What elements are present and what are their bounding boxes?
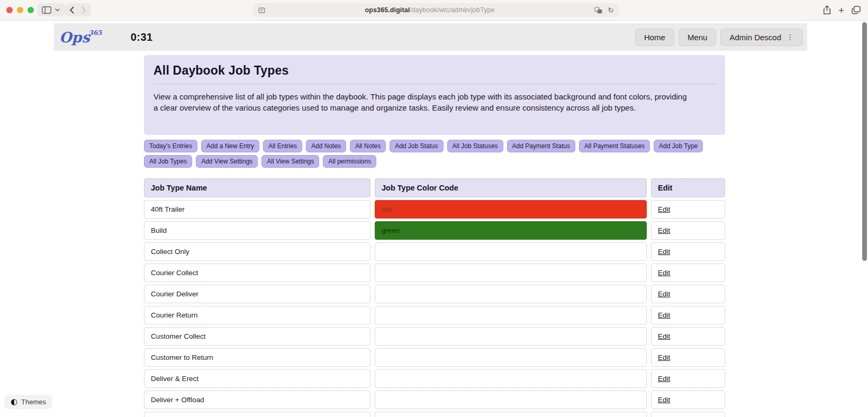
screen: ops365.digital/daybook/wtc/admin/jobType… <box>0 0 868 417</box>
action-button-all-permissions[interactable]: All permissions <box>323 155 376 168</box>
edit-link[interactable]: Edit <box>658 290 670 298</box>
action-button-all-job-statuses[interactable]: All Job Statuses <box>447 140 503 152</box>
column-header-edit: Edit <box>651 178 725 197</box>
edit-link[interactable]: Edit <box>658 375 670 383</box>
nav-button-home[interactable]: Home <box>635 29 674 46</box>
edit-cell: Edit <box>651 200 725 219</box>
sidebar-toggle-button[interactable] <box>37 3 65 16</box>
job-type-color-cell <box>375 412 647 417</box>
job-type-name-cell: Customer Collect <box>144 327 370 346</box>
history-controls <box>65 3 91 16</box>
nav-button-admin-descod[interactable]: Admin Descod⋮ <box>720 29 803 46</box>
intro-panel: All Daybook Job Types View a comprehensi… <box>144 55 725 135</box>
themes-button-label: Themes <box>21 398 46 406</box>
action-button-add-payment-status[interactable]: Add Payment Status <box>507 140 575 152</box>
edit-link[interactable]: Edit <box>658 311 670 319</box>
edit-cell: Edit <box>651 348 725 367</box>
tab-overview-icon[interactable] <box>852 6 861 14</box>
job-type-color-cell <box>375 369 647 388</box>
action-buttons: Today's EntriesAdd a New EntryAll Entrie… <box>144 140 725 168</box>
edit-cell: Edit <box>651 264 725 282</box>
table-row: Edit <box>144 412 725 417</box>
table-row: Customer to ReturnEdit <box>144 348 725 367</box>
job-type-color-cell: red <box>375 200 647 219</box>
chevron-down-icon <box>55 8 60 12</box>
edit-link[interactable]: Edit <box>658 205 670 213</box>
action-button-add-job-type[interactable]: Add Job Type <box>654 140 703 152</box>
column-header-name: Job Type Name <box>144 178 370 197</box>
vertical-scrollbar-thumb[interactable] <box>862 22 867 261</box>
sidebar-icon <box>42 6 51 14</box>
minimize-window-button[interactable] <box>17 7 23 13</box>
page-settings-icon[interactable] <box>258 7 265 14</box>
kebab-menu-icon[interactable]: ⋮ <box>786 33 794 41</box>
nav-button-label: Admin Descod <box>729 33 781 42</box>
job-type-color-cell <box>375 264 647 282</box>
edit-link[interactable]: Edit <box>658 353 670 361</box>
table-row: Collect OnlyEdit <box>144 242 725 261</box>
ops365-logo[interactable]: Ops365 <box>59 30 103 44</box>
action-button-all-notes[interactable]: All Notes <box>350 140 386 152</box>
edit-link[interactable]: Edit <box>658 226 670 234</box>
edit-cell: Edit <box>651 327 725 346</box>
themes-button[interactable]: ◐ Themes <box>4 395 52 409</box>
job-type-name-cell: Build <box>144 221 370 240</box>
close-window-button[interactable] <box>6 7 13 13</box>
edit-link[interactable]: Edit <box>658 332 670 340</box>
share-icon[interactable] <box>823 5 831 15</box>
app-header: Ops365 0:31 HomeMenuAdmin Descod⋮ <box>54 23 807 51</box>
table-row: Deliver & ErectEdit <box>144 369 725 388</box>
page-description: View a comprehensive list of all job typ… <box>153 91 688 113</box>
edit-link[interactable]: Edit <box>658 269 670 277</box>
action-button-all-view-settings[interactable]: All View Settings <box>261 155 319 168</box>
session-timer: 0:31 <box>131 31 153 43</box>
address-bar[interactable]: ops365.digital/daybook/wtc/admin/jobType… <box>253 3 619 17</box>
action-button-today-s-entries[interactable]: Today's Entries <box>144 140 197 152</box>
edit-cell: Edit <box>651 285 725 303</box>
column-header-color: Job Type Color Code <box>375 178 647 197</box>
job-type-name-cell: Courier Return <box>144 306 370 324</box>
job-type-color-cell <box>375 285 647 303</box>
edit-link[interactable]: Edit <box>658 396 670 404</box>
toolbar-right: + <box>823 3 861 17</box>
nav-button-label: Home <box>644 33 665 42</box>
edit-link[interactable]: Edit <box>658 248 670 256</box>
job-type-table-body: 40ft TrailerredEditBuildgreenEditCollect… <box>144 200 725 417</box>
table-row: Courier CollectEdit <box>144 264 725 282</box>
new-tab-icon[interactable]: + <box>838 5 844 15</box>
url-path: /daybook/wtc/admin/jobType <box>410 6 494 14</box>
main-content: All Daybook Job Types View a comprehensi… <box>144 55 725 417</box>
page-title: All Daybook Job Types <box>153 64 716 78</box>
edit-cell: Edit <box>651 221 725 240</box>
table-row: Deliver + OffloadEdit <box>144 391 725 409</box>
action-button-add-job-status[interactable]: Add Job Status <box>390 140 443 152</box>
nav-button-menu[interactable]: Menu <box>679 29 717 46</box>
action-button-all-payment-statuses[interactable]: All Payment Statuses <box>579 140 650 152</box>
back-button[interactable] <box>69 6 74 14</box>
action-button-all-job-types[interactable]: All Job Types <box>144 155 192 168</box>
translate-icon[interactable] <box>594 7 602 14</box>
job-type-color-cell <box>375 306 647 324</box>
job-type-color-cell <box>375 391 647 409</box>
job-type-color-cell <box>375 327 647 346</box>
url-domain: ops365.digital <box>365 6 410 14</box>
job-type-name-cell: Courier Deliver <box>144 285 370 303</box>
action-button-add-a-new-entry[interactable]: Add a New Entry <box>201 140 259 152</box>
url-text: ops365.digital/daybook/wtc/admin/jobType <box>265 6 594 14</box>
job-type-name-cell <box>144 412 370 417</box>
job-type-name-cell: Customer to Return <box>144 348 370 367</box>
forward-button[interactable] <box>82 6 86 14</box>
header-nav: HomeMenuAdmin Descod⋮ <box>635 29 803 46</box>
table-row: Courier DeliverEdit <box>144 285 725 303</box>
action-button-add-notes[interactable]: Add Notes <box>306 140 346 152</box>
window-controls <box>6 7 34 13</box>
action-button-all-entries[interactable]: All Entries <box>263 140 302 152</box>
edit-cell: Edit <box>651 242 725 261</box>
reload-icon[interactable]: ↻ <box>608 6 614 14</box>
table-row: Customer CollectEdit <box>144 327 725 346</box>
job-type-color-cell <box>375 348 647 367</box>
job-type-table-header: Job Type Name Job Type Color Code Edit <box>144 178 725 197</box>
browser-chrome: ops365.digital/daybook/wtc/admin/jobType… <box>0 0 868 21</box>
action-button-add-view-settings[interactable]: Add View Settings <box>196 155 258 168</box>
maximize-window-button[interactable] <box>28 7 34 13</box>
